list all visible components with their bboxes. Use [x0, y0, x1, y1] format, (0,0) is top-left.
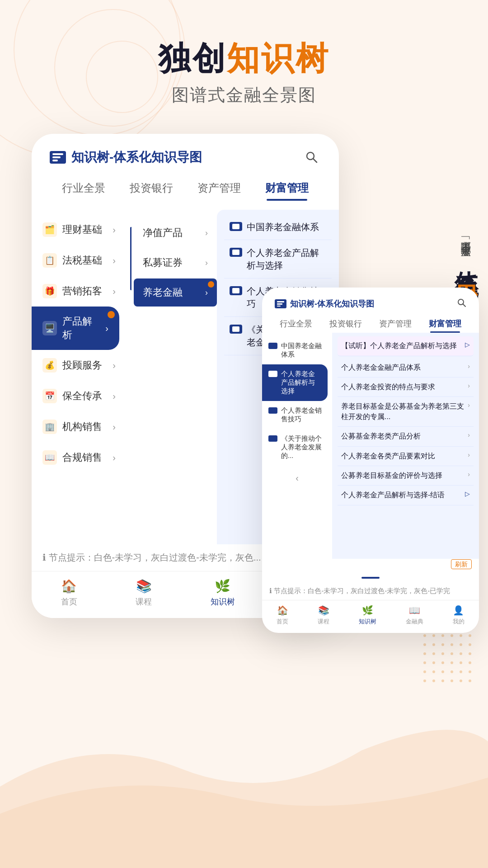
svg-point-41: [432, 679, 435, 682]
svg-point-10: [423, 634, 426, 637]
small-tab-invest[interactable]: 投资银行: [321, 315, 371, 333]
svg-point-15: [469, 634, 471, 637]
small-home-icon: 🏠: [277, 605, 288, 616]
small-tab-asset[interactable]: 资产管理: [371, 315, 420, 333]
small-right-item-3[interactable]: 个人养老金投资的特点与要求 ›: [338, 377, 474, 397]
svg-line-4: [313, 159, 317, 162]
nav-course[interactable]: 📚 课程: [136, 579, 152, 607]
small-right-item-5[interactable]: 公募基金养老类产品分析 ›: [338, 427, 474, 446]
small-nav-course[interactable]: 📚 课程: [318, 605, 329, 626]
small-item3-icon: [268, 407, 277, 414]
small-right-chevron-3-icon: ›: [468, 382, 470, 389]
menu-item-jigou[interactable]: 🏢 机构销售 ›: [32, 411, 127, 442]
small-tab-wealth[interactable]: 财富管理: [420, 315, 470, 333]
small-search-button[interactable]: [457, 298, 466, 309]
chanpin-badge: [108, 311, 115, 318]
mid-item-yanglao[interactable]: 养老金融 ›: [134, 278, 217, 307]
svg-line-9: [463, 304, 465, 307]
tab-wealth[interactable]: 财富管理: [253, 175, 321, 201]
small-nav-home[interactable]: 🏠 首页: [277, 605, 288, 626]
small-item4-icon: [268, 435, 277, 442]
svg-point-19: [450, 643, 453, 646]
home-icon: 🏠: [61, 579, 77, 594]
mid-item-simuzh[interactable]: 私募证券 ›: [134, 249, 217, 277]
side-bracket: 「哪里不会点哪里」: [459, 233, 473, 241]
svg-point-31: [450, 661, 453, 664]
small-right-chevron-5-icon: ›: [468, 431, 470, 439]
small-left-item-2[interactable]: 个人养老金产品解析与选择: [262, 364, 328, 401]
small-left-item-4[interactable]: 《关于推动个人养老金发展的...: [262, 429, 332, 466]
chevron-baoquan-icon: ›: [113, 391, 116, 401]
menu-label-licai: 理财基础: [62, 223, 107, 236]
small-nav-finance[interactable]: 📖 金融典: [406, 605, 423, 626]
menu-item-yingxiao[interactable]: 🎁 营销拓客 ›: [32, 276, 127, 307]
small-new-badge[interactable]: 刷新: [262, 559, 479, 571]
chevron-guifan-icon: ›: [113, 453, 116, 463]
small-right-item-6[interactable]: 个人养老金各类产品要素对比 ›: [338, 447, 474, 466]
svg-point-26: [460, 652, 462, 655]
small-nav-tree[interactable]: 🌿 知识树: [359, 605, 376, 626]
menu-item-chanpin[interactable]: 🖥️ 产品解析 ›: [32, 307, 119, 350]
side-label-orange: 思维: [453, 266, 479, 271]
nav-home[interactable]: 🏠 首页: [61, 579, 77, 607]
side-label-orange2: 导图: [453, 271, 479, 277]
svg-point-39: [469, 670, 471, 673]
small-right-item-4[interactable]: 养老目标基金是公募基金为养老第三支柱开发的专属... ›: [338, 397, 474, 427]
small-item1-icon: [268, 343, 277, 349]
nav-tree[interactable]: 🌿 知识树: [211, 579, 235, 607]
search-button[interactable]: [303, 148, 321, 166]
menu-item-touqu[interactable]: 💰 投顾服务 ›: [32, 350, 127, 381]
svg-point-28: [423, 661, 426, 664]
small-nav-profile[interactable]: 👤 我的: [453, 605, 465, 626]
tab-investment[interactable]: 投资银行: [117, 175, 185, 201]
small-nav-tree-label: 知识树: [359, 618, 376, 626]
small-left-item-3[interactable]: 个人养老金销售技巧: [262, 401, 332, 429]
tab-asset[interactable]: 资产管理: [185, 175, 253, 201]
small-right-item-7[interactable]: 公募养老目标基金的评价与选择 ›: [338, 466, 474, 486]
small-right-item-8[interactable]: 个人养老金产品解析与选择-结语 ▷: [338, 486, 474, 505]
svg-point-13: [450, 634, 453, 637]
svg-point-38: [460, 670, 462, 673]
small-right-item-1[interactable]: 【试听】个人养老金产品解析与选择 ▷: [338, 336, 474, 356]
tab-industry[interactable]: 行业全景: [50, 175, 117, 201]
right-item-4-icon: [230, 325, 242, 334]
menu-item-guifan[interactable]: 📖 合规销售 ›: [32, 442, 127, 473]
menu-item-baoquan[interactable]: 📅 保全传承 ›: [32, 381, 127, 411]
small-left-item-1[interactable]: 中国养老金融体系: [262, 336, 332, 364]
menu-item-licai[interactable]: 🗂️ 理财基础 ›: [32, 214, 127, 245]
mid-column: 净值产品 › 私募证券 › 养老金融 ›: [127, 210, 217, 544]
mid-item-jingzhi[interactable]: 净值产品 ›: [134, 219, 217, 247]
licai-icon: 🗂️: [42, 222, 57, 237]
small-tree-content: 中国养老金融体系 个人养老金产品解析与选择 个人养老金销售技巧 《关于推动个人养…: [262, 333, 479, 559]
small-tab-industry[interactable]: 行业全景: [271, 315, 321, 333]
svg-point-40: [423, 679, 426, 682]
menu-label-touqu: 投顾服务: [62, 359, 107, 372]
svg-point-11: [432, 634, 435, 637]
menu-label-yingxiao: 营销拓客: [62, 284, 107, 298]
guifan-icon: 📖: [42, 450, 57, 465]
nav-tree-label: 知识树: [211, 596, 235, 607]
right-item-1-icon: [230, 222, 242, 231]
tabs-row: 行业全景 投资银行 资产管理 财富管理: [32, 166, 339, 201]
right-item-1[interactable]: 中国养老金融体系: [224, 214, 332, 240]
svg-point-16: [423, 643, 426, 646]
small-left-collapse-icon[interactable]: ‹: [262, 473, 332, 483]
svg-point-34: [423, 670, 426, 673]
chanpin-icon: 🖥️: [42, 321, 57, 335]
right-item-3-icon: [230, 286, 242, 295]
chevron-yingxiao-icon: ›: [113, 286, 116, 297]
nav-course-label: 课程: [136, 596, 152, 607]
knowledge-tree-logo-icon: [50, 151, 66, 164]
phone-header: 知识树-体系化知识导图: [32, 134, 339, 166]
nav-home-label: 首页: [61, 596, 77, 607]
svg-point-37: [450, 670, 453, 673]
menu-item-fasui[interactable]: 📋 法税基础 ›: [32, 245, 127, 276]
small-nav-home-label: 首页: [277, 618, 288, 626]
course-icon: 📚: [136, 579, 152, 594]
right-item-2[interactable]: 个人养老金产品解析与选择: [224, 240, 332, 278]
svg-point-23: [432, 652, 435, 655]
chevron-simuzh-icon: ›: [205, 258, 208, 268]
small-right-chevron-6-icon: ›: [468, 451, 470, 458]
fasui-icon: 📋: [42, 253, 57, 268]
small-right-item-2[interactable]: 个人养老金金融产品体系 ›: [338, 358, 474, 377]
